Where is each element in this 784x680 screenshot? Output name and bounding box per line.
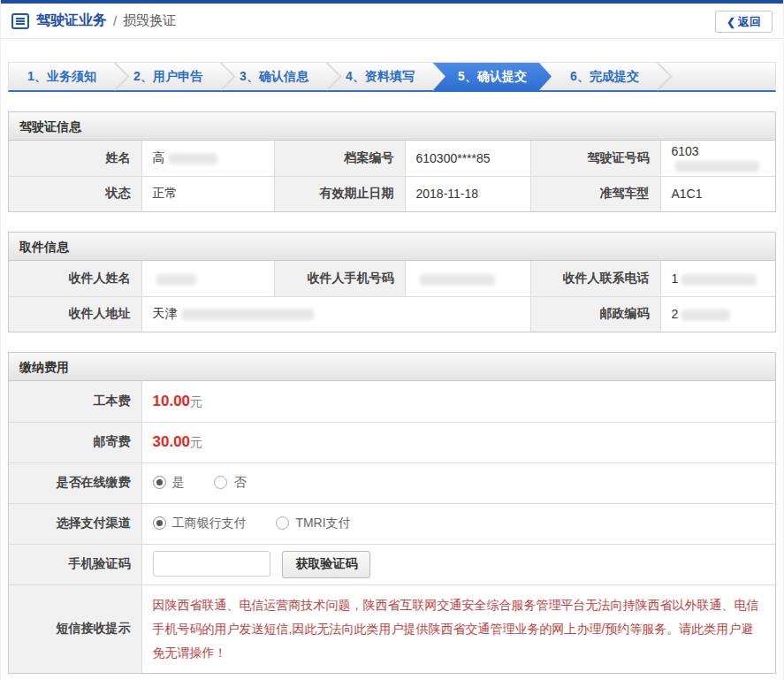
pickup-info-table: 收件人姓名 收件人手机号码 收件人联系电话 1 收件人地址 天津 邮政编码 2: [9, 261, 775, 332]
payment-table: 工本费 10.00元 邮寄费 30.00元 是否在线缴费 是 否 选择支付渠道 …: [9, 381, 775, 673]
table-row: 短信接收提示 因陕西省联通、电信运营商技术问题，陕西省互联网交通安全综合服务管理…: [9, 584, 775, 673]
step-2-user-declaration[interactable]: 2、用户申告: [115, 63, 221, 90]
recipient-phone-label: 收件人联系电话: [530, 261, 660, 296]
redacted-value: [169, 153, 217, 164]
recipient-mobile-label: 收件人手机号码: [274, 261, 405, 296]
recipient-address-label: 收件人地址: [9, 296, 141, 332]
payment-channel-options: 工商银行支付 TMRI支付: [141, 503, 775, 544]
step-3-label: 3、确认信息: [240, 69, 308, 85]
table-row: 邮寄费 30.00元: [9, 422, 775, 462]
breadcrumb-current: 损毁换证: [123, 12, 176, 29]
table-row: 是否在线缴费 是 否: [9, 462, 775, 503]
recipient-mobile-value: [405, 261, 530, 296]
expiry-date-label: 有效期止日期: [274, 176, 405, 211]
vehicle-class-value: A1C1: [660, 176, 775, 211]
name-value: 高: [141, 141, 274, 176]
step-6-label: 6、完成提交: [570, 69, 639, 85]
fee-unit: 元: [190, 394, 202, 409]
pickup-section-title: 取件信息: [9, 233, 775, 261]
redacted-value: [681, 274, 757, 286]
license-info-section: 驾驶证信息 姓名 高 档案编号 610300****85 驾驶证号码 6103 …: [8, 111, 776, 212]
step-4-label: 4、资料填写: [346, 69, 415, 85]
table-row: 收件人姓名 收件人手机号码 收件人联系电话 1: [9, 261, 775, 296]
license-number-label: 驾驶证号码: [530, 141, 660, 176]
redacted-value: [156, 274, 196, 286]
step-bar-filler: [658, 63, 775, 90]
page-header: 驾驶证业务 / 损毁换证 ❮ 返回: [1, 4, 783, 39]
redacted-value: [181, 309, 314, 320]
table-row: 收件人地址 天津 邮政编码 2: [9, 296, 775, 332]
vehicle-class-label: 准驾车型: [530, 176, 660, 211]
redacted-value: [675, 161, 759, 172]
status-value: 正常: [141, 176, 274, 211]
online-payment-options: 是 否: [141, 462, 775, 503]
back-arrow-icon: ❮: [727, 16, 735, 28]
name-label: 姓名: [9, 141, 141, 176]
license-info-table: 姓名 高 档案编号 610300****85 驾驶证号码 6103 状态 正常 …: [9, 141, 775, 211]
status-label: 状态: [9, 176, 141, 211]
sms-code-label: 手机验证码: [9, 544, 141, 584]
table-row: 选择支付渠道 工商银行支付 TMRI支付: [9, 503, 775, 544]
table-row: 工本费 10.00元: [9, 381, 775, 422]
redacted-value: [420, 274, 495, 286]
recipient-address-value: 天津: [141, 296, 530, 332]
table-row: 姓名 高 档案编号 610300****85 驾驶证号码 6103: [9, 141, 775, 176]
production-fee-value: 10.00元: [141, 381, 775, 422]
payment-section-title: 缴纳费用: [9, 353, 775, 381]
online-yes-label[interactable]: 是: [172, 475, 185, 489]
redacted-value: [681, 309, 730, 321]
breadcrumb-separator: /: [113, 13, 117, 28]
sms-notice-text: 因陕西省联通、电信运营商技术问题，陕西省互联网交通安全综合服务管理平台无法向持陕…: [141, 584, 775, 673]
radio-online-no[interactable]: [214, 476, 227, 489]
page-title: 驾驶证业务: [36, 11, 107, 30]
postage-fee-amount: 30.00: [153, 433, 191, 450]
file-number-label: 档案编号: [274, 141, 405, 176]
sms-code-input[interactable]: [153, 551, 270, 577]
license-number-value: 6103: [660, 141, 775, 176]
postage-fee-value: 30.00元: [141, 422, 775, 462]
online-payment-label: 是否在线缴费: [9, 462, 141, 503]
production-fee-amount: 10.00: [153, 393, 191, 409]
recipient-phone-value: 1: [660, 261, 775, 296]
step-5-confirm-submit-current[interactable]: 5、确认提交: [433, 63, 552, 90]
payment-section: 缴纳费用 工本费 10.00元 邮寄费 30.00元 是否在线缴费 是 否 选择…: [8, 352, 776, 674]
step-4-fill-material[interactable]: 4、资料填写: [327, 63, 433, 90]
sms-notice-label: 短信接收提示: [9, 584, 141, 673]
table-row: 手机验证码 获取验证码: [9, 544, 775, 584]
license-section-title: 驾驶证信息: [9, 112, 775, 141]
channel-icbc-label[interactable]: 工商银行支付: [172, 516, 247, 530]
sms-code-cell: 获取验证码: [141, 544, 775, 584]
list-form-icon: [11, 13, 29, 29]
online-no-label[interactable]: 否: [233, 475, 246, 489]
radio-channel-icbc[interactable]: [153, 516, 166, 530]
notice-part1: 因陕西省联通、电信运营商技术问题，陕西省互联网交通安全综合服务管理平台: [153, 598, 586, 612]
back-button-label: 返回: [738, 14, 761, 30]
channel-tmri-label[interactable]: TMRI支付: [295, 516, 350, 530]
step-6-finish-submit[interactable]: 6、完成提交: [552, 63, 658, 90]
expiry-date-value: 2018-11-18: [405, 176, 530, 211]
get-code-button[interactable]: 获取验证码: [282, 551, 370, 578]
table-row: 状态 正常 有效期止日期 2018-11-18 准驾车型 A1C1: [9, 176, 775, 211]
recipient-name-value: [141, 261, 274, 296]
postal-code-value: 2: [660, 296, 775, 332]
step-3-confirm-info[interactable]: 3、确认信息: [221, 63, 327, 90]
recipient-name-label: 收件人姓名: [9, 261, 141, 296]
step-wizard: 1、业务须知 2、用户申告 3、确认信息 4、资料填写 5、确认提交 6、完成提…: [8, 62, 776, 92]
postal-code-label: 邮政编码: [530, 296, 660, 332]
radio-channel-tmri[interactable]: [276, 516, 289, 530]
pickup-info-section: 取件信息 收件人姓名 收件人手机号码 收件人联系电话 1 收件人地址 天津 邮政…: [8, 232, 776, 332]
production-fee-label: 工本费: [9, 381, 141, 422]
step-1-business-notice[interactable]: 1、业务须知: [9, 63, 115, 90]
step-5-label: 5、确认提交: [458, 69, 527, 85]
step-2-label: 2、用户申告: [133, 69, 202, 85]
page-container: 驾驶证业务 / 损毁换证 ❮ 返回 1、业务须知 2、用户申告 3、确认信息 4…: [0, 0, 784, 680]
fee-unit: 元: [190, 435, 202, 449]
step-1-label: 1、业务须知: [27, 69, 96, 85]
radio-online-yes[interactable]: [153, 476, 166, 489]
back-button[interactable]: ❮ 返回: [715, 11, 773, 33]
file-number-value: 610300****85: [405, 141, 530, 176]
postage-fee-label: 邮寄费: [9, 422, 141, 462]
payment-channel-label: 选择支付渠道: [9, 503, 141, 544]
